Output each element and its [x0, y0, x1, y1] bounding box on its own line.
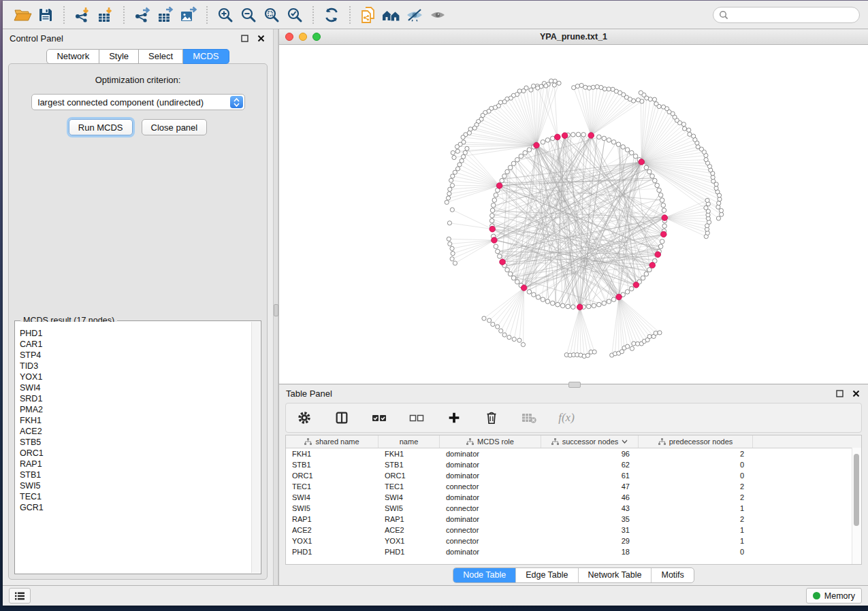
table-scrollbar-thumb[interactable]	[854, 454, 859, 526]
vertical-splitter[interactable]	[273, 29, 278, 585]
tab-mcds[interactable]: MCDS	[183, 49, 229, 64]
show-all-button[interactable]	[426, 4, 449, 26]
mcds-result-item[interactable]: PHD1	[16, 328, 260, 339]
hide-selected-button[interactable]	[403, 4, 426, 26]
table-row[interactable]: ACE2ACE2connector311	[286, 525, 861, 535]
tab-network[interactable]: Network	[46, 49, 99, 64]
splitter-handle[interactable]	[274, 304, 278, 316]
import-table-button[interactable]	[94, 4, 117, 26]
optimization-criterion-dropdown[interactable]: largest connected component (undirected)	[31, 94, 245, 110]
export-table-button[interactable]	[154, 4, 177, 26]
column-header-name[interactable]: name	[379, 435, 440, 448]
maximize-window-icon[interactable]	[312, 33, 321, 41]
mcds-result-item[interactable]: SWI5	[16, 480, 260, 491]
table-options-button[interactable]	[293, 407, 316, 429]
add-column-button[interactable]	[443, 407, 466, 429]
cell-successor-nodes: 43	[541, 504, 639, 512]
memory-button[interactable]: Memory	[806, 588, 862, 604]
cell-predecessor-nodes: 2	[639, 450, 753, 458]
tab-style[interactable]: Style	[99, 49, 139, 64]
network-view-frame: YPA_prune.txt_1	[278, 29, 868, 384]
column-header-successor-nodes[interactable]: successor nodes	[541, 435, 639, 448]
shared-column-icon	[658, 438, 666, 445]
show-columns-button[interactable]	[330, 407, 353, 429]
tab-motifs[interactable]: Motifs	[651, 568, 693, 582]
mcds-result-item[interactable]: STB1	[16, 469, 260, 480]
function-builder-button[interactable]: f(x)	[555, 407, 578, 429]
select-all-rows-button[interactable]	[368, 407, 391, 429]
mcds-result-item[interactable]: CAR1	[16, 339, 260, 350]
tab-node-table[interactable]: Node Table	[453, 568, 515, 582]
cell-name: STB1	[379, 461, 440, 469]
show-tasks-button[interactable]	[9, 588, 31, 604]
mcds-result-item[interactable]: TEC1	[16, 491, 260, 502]
mcds-result-item[interactable]: YOX1	[16, 371, 260, 382]
zoom-selected-button[interactable]	[283, 4, 306, 26]
column-header-mcds-role[interactable]: MCDS role	[440, 435, 541, 448]
cell-mcds-role: dominator	[440, 461, 541, 469]
save-session-button[interactable]	[34, 4, 57, 26]
mcds-result-item[interactable]: PMA2	[16, 404, 260, 415]
table-scrollbar[interactable]	[852, 448, 861, 564]
table-row[interactable]: FKH1FKH1dominator962	[286, 448, 861, 459]
run-mcds-button[interactable]: Run MCDS	[69, 119, 133, 135]
table-row[interactable]: SWI4SWI4dominator462	[286, 492, 861, 503]
shared-column-icon	[304, 438, 312, 445]
mcds-result-item[interactable]: GCR1	[16, 502, 260, 513]
mcds-result-item[interactable]: TID3	[16, 361, 260, 371]
tab-edge-table[interactable]: Edge Table	[515, 568, 577, 582]
trash-icon	[485, 410, 498, 425]
column-label: predecessor nodes	[669, 437, 733, 446]
horizontal-splitter-handle[interactable]	[568, 382, 581, 388]
mcds-result-item[interactable]: STP4	[16, 350, 260, 361]
close-table-panel-icon[interactable]	[850, 388, 861, 399]
mcds-result-item[interactable]: STB5	[16, 437, 260, 448]
first-neighbors-button[interactable]	[380, 4, 403, 26]
zoom-in-button[interactable]	[214, 4, 237, 26]
table-row[interactable]: PHD1PHD1dominator180	[286, 546, 861, 557]
tab-network-table[interactable]: Network Table	[578, 568, 652, 582]
table-row[interactable]: TEC1TEC1connector472	[286, 481, 861, 492]
mcds-result-item[interactable]: SWI4	[16, 382, 260, 393]
export-image-button[interactable]	[177, 4, 200, 26]
delete-columns-button[interactable]	[480, 407, 503, 429]
float-panel-icon[interactable]	[239, 33, 250, 44]
mcds-result-item[interactable]: ORC1	[16, 448, 260, 459]
table-row[interactable]: SWI5SWI5connector431	[286, 503, 861, 514]
mcds-result-item[interactable]: SRD1	[16, 393, 260, 404]
mcds-result-item[interactable]: ACE2	[16, 426, 260, 437]
table-row[interactable]: ORC1ORC1dominator610	[286, 470, 861, 481]
search-box[interactable]	[713, 7, 860, 23]
zoom-fit-button[interactable]	[260, 4, 283, 26]
zoom-fit-icon	[263, 6, 280, 24]
table-row[interactable]: STB1STB1dominator620	[286, 459, 861, 470]
mcds-result-item[interactable]: FKH1	[16, 415, 260, 426]
close-panel-icon[interactable]	[255, 33, 266, 44]
minimize-window-icon[interactable]	[299, 33, 307, 41]
mcds-list-scrollbar[interactable]	[251, 322, 260, 573]
deselect-all-rows-button[interactable]	[405, 407, 428, 429]
float-table-panel-icon[interactable]	[834, 388, 845, 399]
export-network-button[interactable]	[131, 4, 154, 26]
open-file-button[interactable]	[11, 4, 34, 26]
column-header-shared-name[interactable]: shared name	[286, 435, 379, 448]
clone-network-button[interactable]	[357, 4, 380, 26]
mcds-result-list[interactable]: PHD1CAR1STP4TID3YOX1SWI4SRD1PMA2FKH1ACE2…	[16, 322, 260, 573]
mcds-result-item[interactable]: RAP1	[16, 459, 260, 469]
tab-select[interactable]: Select	[139, 49, 183, 64]
refresh-view-button[interactable]	[320, 4, 343, 26]
zoom-selected-icon	[286, 6, 304, 24]
import-network-button[interactable]	[71, 4, 94, 26]
column-header-predecessor-nodes[interactable]: predecessor nodes	[639, 435, 753, 448]
close-panel-button[interactable]: Close panel	[142, 119, 208, 135]
search-input[interactable]	[733, 10, 854, 20]
cell-predecessor-nodes: 0	[639, 472, 753, 480]
zoom-out-button[interactable]	[237, 4, 260, 26]
cell-successor-nodes: 61	[541, 472, 639, 480]
close-window-icon[interactable]	[285, 33, 293, 41]
table-row[interactable]: RAP1RAP1dominator352	[286, 514, 861, 525]
cell-predecessor-nodes: 1	[639, 526, 753, 534]
table-row[interactable]: YOX1YOX1connector291	[286, 535, 861, 546]
delete-table-button[interactable]	[517, 407, 541, 429]
network-canvas[interactable]	[279, 45, 868, 384]
